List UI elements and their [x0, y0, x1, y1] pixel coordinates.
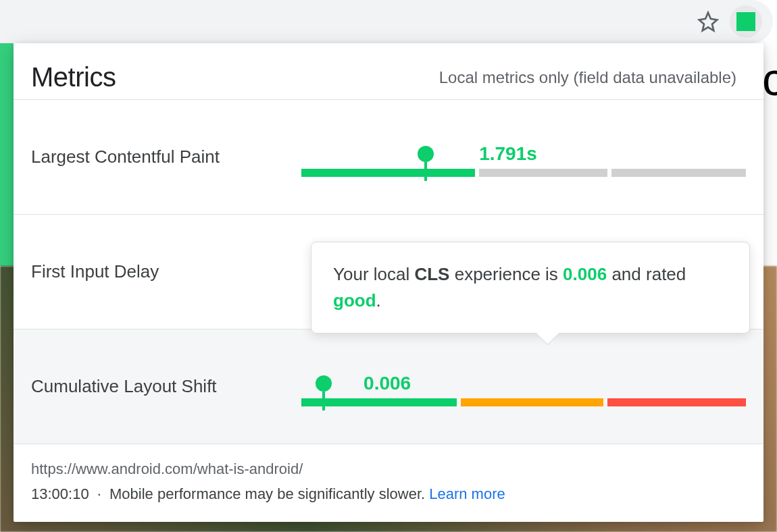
metric-gauge-cls: 0.006: [301, 363, 746, 410]
bookmark-star-icon[interactable]: [697, 11, 719, 32]
metric-value-cls: 0.006: [364, 373, 411, 394]
cls-tooltip: Your local CLS experience is 0.006 and r…: [311, 242, 750, 334]
extension-status-icon: [736, 12, 755, 31]
footer-time: 13:00:10: [31, 485, 89, 502]
gauge-seg-poor: [611, 169, 746, 177]
metric-label-cls: Cumulative Layout Shift: [31, 376, 301, 397]
gauge-seg-good: [301, 169, 475, 177]
marker-stem: [322, 392, 325, 410]
gauge-bar-lcp: [301, 169, 746, 177]
popup-footer: https://www.android.com/what-is-android/…: [14, 444, 763, 522]
popup-title: Metrics: [31, 62, 116, 92]
metric-label-lcp: Largest Contentful Paint: [31, 147, 301, 167]
marker-stem: [424, 162, 427, 181]
tooltip-text-suffix: .: [376, 290, 381, 311]
separator-dot: ·: [93, 485, 105, 502]
footer-url: https://www.android.com/what-is-android/: [31, 456, 746, 481]
gauge-seg-poor: [607, 398, 746, 406]
tooltip-value: 0.006: [563, 264, 607, 284]
marker-dot-icon: [316, 375, 332, 392]
metric-row-lcp[interactable]: Largest Contentful Paint 1.791s: [14, 99, 763, 214]
learn-more-link[interactable]: Learn more: [429, 485, 505, 502]
tooltip-text-mid2: and rated: [607, 264, 686, 284]
gauge-seg-ni: [479, 169, 608, 177]
extension-button[interactable]: [730, 5, 762, 38]
metric-value-lcp: 1.791s: [479, 143, 537, 165]
gauge-marker-lcp: [418, 146, 434, 181]
footer-warning: Mobile performance may be significantly …: [109, 485, 425, 502]
metric-row-cls[interactable]: Cumulative Layout Shift 0.006: [14, 329, 763, 444]
gauge-marker-cls: [316, 375, 332, 410]
metric-gauge-lcp: 1.791s: [301, 134, 746, 181]
marker-dot-icon: [418, 146, 434, 162]
tooltip-text-mid: experience is: [449, 264, 563, 284]
popup-subtitle: Local metrics only (field data unavailab…: [439, 68, 736, 87]
popup-header: Metrics Local metrics only (field data u…: [14, 43, 763, 99]
tooltip-text-prefix: Your local: [333, 264, 414, 284]
browser-address-bar: [0, 0, 773, 43]
gauge-seg-ni: [461, 398, 603, 406]
page-background-letter: c: [762, 53, 777, 105]
metric-label-fid: First Input Delay: [31, 261, 301, 282]
footer-line2: 13:00:10 · Mobile performance may be sig…: [31, 481, 746, 506]
tooltip-rating: good: [333, 290, 376, 311]
tooltip-metric-abbr: CLS: [414, 264, 449, 284]
gauge-bar-cls: [301, 398, 746, 406]
